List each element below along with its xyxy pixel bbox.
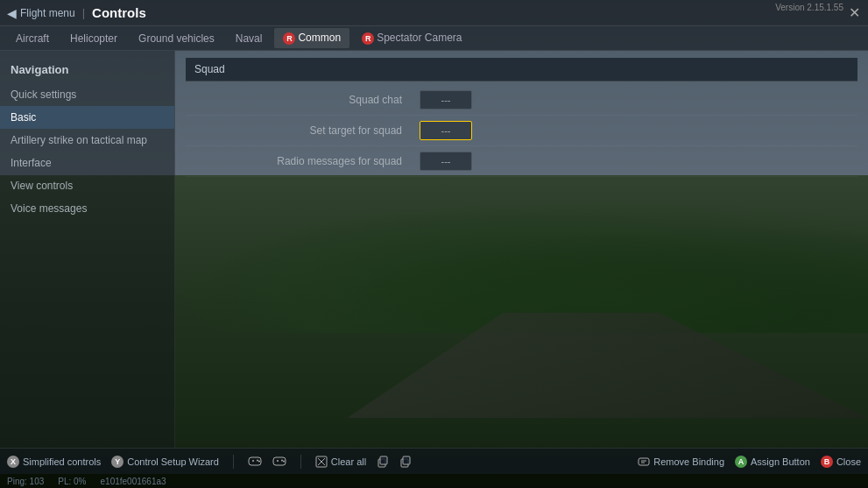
back-button[interactable]: ◀ Flight menu	[7, 6, 75, 20]
svg-rect-17	[639, 458, 649, 465]
radio-messages-label: Radio messages for squad	[186, 155, 420, 167]
b-button-icon: B	[821, 456, 833, 468]
content-area: Navigation Quick settings Basic Artiller…	[0, 51, 868, 448]
copy-icon-2[interactable]	[399, 456, 412, 468]
svg-point-9	[283, 461, 285, 463]
clear-all-button[interactable]: Clear all	[315, 456, 366, 468]
assign-button-label: Assign Button	[751, 456, 810, 467]
radio-messages-key1[interactable]: ---	[420, 152, 472, 171]
copy-svg-2	[399, 456, 412, 468]
binding-row-radio-messages: Radio messages for squad ---	[186, 146, 857, 177]
rb-icon: R	[283, 32, 295, 45]
close-button[interactable]: ✕	[845, 4, 863, 21]
set-target-label: Set target for squad	[186, 124, 420, 137]
simplified-controls-button[interactable]: X Simplified controls	[7, 456, 101, 468]
remove-binding-button[interactable]: Remove Binding	[638, 456, 724, 467]
gamepad-icon-1[interactable]	[248, 456, 262, 466]
set-target-key1[interactable]: ---	[420, 121, 472, 140]
tabbar: Aircraft Helicopter Ground vehicles Nava…	[0, 26, 868, 51]
clear-icon	[315, 456, 328, 468]
tab-ground-vehicles[interactable]: Ground vehicles	[130, 29, 223, 48]
back-label: Flight menu	[20, 7, 75, 19]
simplified-controls-label: Simplified controls	[23, 456, 101, 467]
svg-point-3	[257, 460, 258, 462]
version-label: Version 2.15.1.55	[775, 3, 843, 12]
main-content: Squad Squad chat --- Set target for squa…	[175, 51, 868, 448]
toolbar-separator-2	[300, 455, 301, 469]
sidebar-item-basic[interactable]: Basic	[0, 106, 174, 129]
gamepad-svg-1	[248, 456, 262, 466]
x-button-icon: X	[7, 456, 19, 468]
set-target-keys: ---	[420, 121, 857, 140]
bottombar: X Simplified controls Y Control Setup Wi…	[0, 448, 868, 474]
main-panel: ◀ Flight menu | Controls Version 2.15.1.…	[0, 0, 868, 488]
squad-chat-keys: ---	[420, 90, 857, 110]
assign-button-button[interactable]: A Assign Button	[735, 456, 810, 468]
tab-naval[interactable]: Naval	[227, 29, 272, 48]
control-setup-wizard-label: Control Setup Wizard	[127, 456, 219, 467]
rt-icon: R	[362, 32, 374, 45]
copy-svg-1	[377, 456, 389, 468]
toolbar-separator-1	[233, 455, 234, 469]
clear-all-label: Clear all	[331, 456, 366, 467]
session-id: e101fe001661a3	[101, 477, 166, 486]
section-header: Squad	[186, 58, 857, 81]
topbar-separator: |	[82, 6, 85, 19]
copy-icon-1[interactable]	[377, 456, 389, 468]
sidebar-item-artillery[interactable]: Artillery strike on tactical map	[0, 129, 174, 152]
svg-point-4	[258, 461, 260, 463]
close-bottom-button[interactable]: B Close	[821, 456, 861, 468]
a-button-icon: A	[735, 456, 747, 468]
bottombar-right: Remove Binding A Assign Button B Close	[638, 456, 861, 468]
squad-chat-key1[interactable]: ---	[420, 90, 472, 110]
radio-messages-keys: ---	[420, 152, 857, 171]
control-setup-wizard-button[interactable]: Y Control Setup Wizard	[111, 456, 219, 468]
tab-common[interactable]: RCommon	[274, 28, 349, 48]
svg-rect-14	[380, 456, 387, 464]
y-button-icon: Y	[111, 456, 123, 468]
remove-binding-icon	[638, 457, 650, 466]
nav-header: Navigation	[0, 58, 174, 83]
svg-rect-16	[403, 456, 410, 464]
binding-row-squad-chat: Squad chat ---	[186, 85, 857, 116]
tab-spectator-camera[interactable]: RSpectator Camera	[353, 28, 470, 48]
binding-row-set-target: Set target for squad ---	[186, 116, 857, 146]
page-title: Controls	[92, 5, 146, 20]
sidebar-item-quick-settings[interactable]: Quick settings	[0, 83, 174, 106]
topbar: ◀ Flight menu | Controls Version 2.15.1.…	[0, 0, 868, 26]
close-bottom-label: Close	[836, 456, 861, 467]
remove-binding-label: Remove Binding	[653, 456, 724, 467]
squad-chat-label: Squad chat	[186, 94, 420, 106]
pl-status: PL: 0%	[58, 477, 86, 486]
sidebar-item-voice-messages[interactable]: Voice messages	[0, 197, 174, 220]
tab-helicopter[interactable]: Helicopter	[61, 29, 126, 48]
sidebar-item-interface[interactable]: Interface	[0, 152, 174, 174]
gamepad-icon-2[interactable]	[272, 456, 286, 466]
tab-aircraft[interactable]: Aircraft	[7, 29, 58, 48]
gamepad-svg-2	[272, 456, 286, 466]
ping-status: Ping: 103	[7, 477, 44, 486]
sidebar-item-view-controls[interactable]: View controls	[0, 174, 174, 197]
statusbar: Ping: 103 PL: 0% e101fe001661a3	[0, 474, 868, 488]
back-arrow-icon: ◀	[7, 6, 17, 20]
sidebar: Navigation Quick settings Basic Artiller…	[0, 51, 175, 448]
svg-point-8	[281, 460, 283, 462]
